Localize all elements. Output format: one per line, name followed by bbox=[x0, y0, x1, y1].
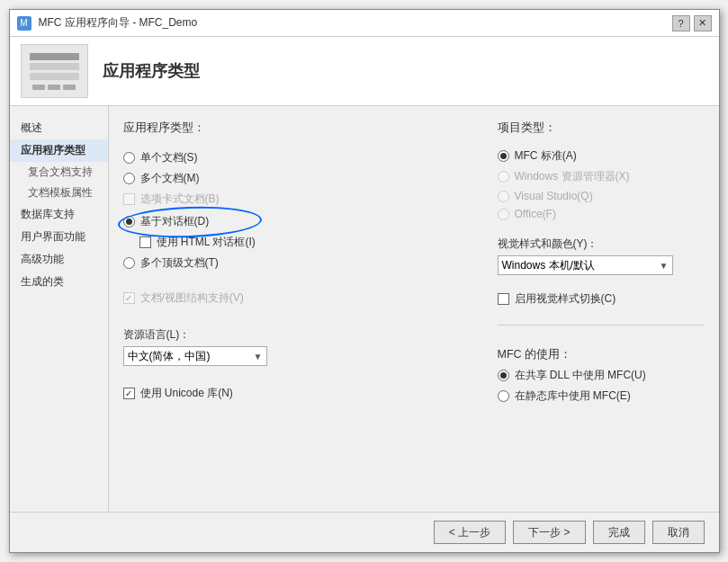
mfc-use-section: MFC 的使用： 在共享 DLL 中使用 MFC(U) 在静态库中使用 MFC(… bbox=[498, 347, 705, 404]
title-bar-controls: ? ✕ bbox=[672, 15, 712, 31]
mfc-use-title: MFC 的使用： bbox=[498, 347, 705, 362]
radio-visual-studio-indicator bbox=[498, 191, 509, 202]
title-bar: M MFC 应用程序向导 - MFC_Demo ? ✕ bbox=[10, 10, 719, 37]
checkbox-docview-box bbox=[123, 292, 135, 304]
main-content: 应用程序类型： 单个文档(S) 多个文档(M) 选 bbox=[109, 106, 719, 512]
radio-shared-dll-label: 在共享 DLL 中使用 MFC(U) bbox=[515, 368, 646, 383]
view-style-dropdown[interactable]: Windows 本机/默认 ▼ bbox=[498, 255, 673, 275]
checkbox-unicode-label: 使用 Unicode 库(N) bbox=[140, 386, 233, 401]
checkbox-toggle-style[interactable]: 启用视觉样式切换(C) bbox=[498, 291, 705, 307]
view-style-section: 视觉样式和颜色(Y)： Windows 本机/默认 ▼ bbox=[498, 236, 705, 275]
radio-win-explorer: Windows 资源管理器(X) bbox=[498, 169, 705, 184]
icon-line3 bbox=[30, 73, 79, 80]
sidebar-item-database[interactable]: 数据库支持 bbox=[10, 203, 108, 226]
sidebar-item-advanced[interactable]: 高级功能 bbox=[10, 248, 108, 271]
checkbox-docview-label: 文档/视图结构支持(V) bbox=[140, 290, 244, 306]
app-type-section-title: 应用程序类型： bbox=[123, 120, 476, 136]
wizard-icon bbox=[21, 44, 88, 98]
radio-win-explorer-label: Windows 资源管理器(X) bbox=[515, 169, 630, 184]
checkbox-tab-doc-box bbox=[123, 193, 135, 205]
radio-static-lib-label: 在静态库中使用 MFC(E) bbox=[515, 388, 631, 404]
divider1 bbox=[498, 325, 705, 326]
radio-multi-top[interactable]: 多个顶级文档(T) bbox=[123, 255, 476, 271]
cancel-button[interactable]: 取消 bbox=[652, 521, 705, 544]
radio-dialog[interactable]: 基于对话框(D) bbox=[123, 214, 476, 229]
checkbox-html-dialog-label: 使用 HTML 对话框(I) bbox=[157, 235, 256, 250]
radio-multi-doc[interactable]: 多个文档(M) bbox=[123, 171, 476, 186]
radio-multi-top-label: 多个顶级文档(T) bbox=[140, 255, 219, 271]
radio-mfc-standard-label: MFC 标准(A) bbox=[515, 148, 577, 164]
checkbox-toggle-style-label: 启用视觉样式切换(C) bbox=[515, 291, 616, 307]
sidebar-item-doctemplate[interactable]: 文档模板属性 bbox=[10, 183, 108, 203]
toggle-section: 启用视觉样式切换(C) bbox=[498, 291, 705, 307]
sidebar-item-compound[interactable]: 复合文档支持 bbox=[10, 162, 108, 183]
sidebar-item-ui[interactable]: 用户界面功能 bbox=[10, 226, 108, 248]
view-style-arrow: ▼ bbox=[660, 261, 669, 271]
help-button[interactable]: ? bbox=[672, 15, 690, 31]
left-panel: 应用程序类型： 单个文档(S) 多个文档(M) 选 bbox=[123, 120, 476, 497]
icon-btn2 bbox=[48, 85, 60, 90]
sidebar-item-generated[interactable]: 生成的类 bbox=[10, 271, 108, 293]
radio-single-doc[interactable]: 单个文档(S) bbox=[123, 150, 476, 165]
radio-office-indicator bbox=[498, 209, 509, 220]
sidebar-item-apptype[interactable]: 应用程序类型 bbox=[10, 139, 108, 162]
radio-single-doc-label: 单个文档(S) bbox=[140, 150, 198, 165]
radio-multi-doc-label: 多个文档(M) bbox=[140, 171, 200, 186]
icon-btn1 bbox=[32, 85, 45, 90]
lang-select-value: 中文(简体，中国) bbox=[128, 349, 211, 364]
radio-multi-top-indicator bbox=[123, 257, 135, 269]
view-style-label: 视觉样式和颜色(Y)： bbox=[498, 236, 705, 252]
checkbox-tab-doc: 选项卡式文档(B) bbox=[123, 192, 476, 207]
content-area: 概述 应用程序类型 复合文档支持 文档模板属性 数据库支持 用户界面功能 高级功… bbox=[10, 106, 719, 512]
checkbox-toggle-style-box bbox=[498, 293, 509, 305]
prev-button[interactable]: < 上一步 bbox=[434, 521, 506, 544]
view-style-value: Windows 本机/默认 bbox=[502, 258, 595, 273]
radio-office: Office(F) bbox=[498, 208, 705, 220]
sidebar: 概述 应用程序类型 复合文档支持 文档模板属性 数据库支持 用户界面功能 高级功… bbox=[10, 106, 109, 512]
icon-line2 bbox=[30, 63, 79, 70]
radio-visual-studio: Visual Studio(Q) bbox=[498, 190, 705, 202]
mfc-use-radio-group: 在共享 DLL 中使用 MFC(U) 在静态库中使用 MFC(E) bbox=[498, 368, 705, 404]
footer: < 上一步 下一步 > 完成 取消 bbox=[10, 512, 719, 552]
checkbox-html-dialog-box bbox=[139, 236, 151, 248]
checkbox-unicode-box bbox=[123, 388, 135, 399]
proj-type-section: 项目类型： MFC 标准(A) Windows 资源管理器(X) Visu bbox=[498, 120, 705, 220]
radio-multi-doc-indicator bbox=[123, 173, 135, 184]
radio-static-lib-indicator bbox=[498, 390, 509, 402]
radio-single-doc-indicator bbox=[123, 152, 135, 164]
lang-section: 资源语言(L)： 中文(简体，中国) ▼ bbox=[123, 327, 476, 366]
icon-line1 bbox=[30, 53, 79, 60]
page-title: 应用程序类型 bbox=[103, 60, 200, 82]
radio-mfc-standard[interactable]: MFC 标准(A) bbox=[498, 148, 705, 164]
app-type-radio-group: 单个文档(S) 多个文档(M) 选项卡式文档(B) bbox=[123, 150, 476, 271]
right-panel: 项目类型： MFC 标准(A) Windows 资源管理器(X) Visu bbox=[498, 120, 705, 497]
proj-type-title: 项目类型： bbox=[498, 120, 705, 136]
lang-select[interactable]: 中文(简体，中国) ▼ bbox=[123, 346, 267, 366]
dialog-window: M MFC 应用程序向导 - MFC_Demo ? ✕ 应用程序类型 概述 应用… bbox=[9, 9, 720, 553]
checkbox-html-dialog[interactable]: 使用 HTML 对话框(I) bbox=[123, 235, 476, 250]
lang-label: 资源语言(L)： bbox=[123, 327, 476, 343]
radio-win-explorer-indicator bbox=[498, 171, 509, 183]
radio-shared-dll-indicator bbox=[498, 370, 509, 381]
radio-mfc-standard-indicator bbox=[498, 150, 509, 162]
header-area: 应用程序类型 bbox=[10, 37, 719, 106]
radio-shared-dll[interactable]: 在共享 DLL 中使用 MFC(U) bbox=[498, 368, 705, 383]
sidebar-item-overview[interactable]: 概述 bbox=[10, 117, 108, 139]
radio-dialog-label: 基于对话框(D) bbox=[140, 214, 210, 229]
checkbox-tab-doc-label: 选项卡式文档(B) bbox=[140, 192, 220, 207]
proj-type-radio-group: MFC 标准(A) Windows 资源管理器(X) Visual Studio… bbox=[498, 148, 705, 220]
icon-btn3 bbox=[63, 85, 76, 90]
checkbox-docview: 文档/视图结构支持(V) bbox=[123, 290, 476, 306]
lang-select-arrow: ▼ bbox=[254, 352, 263, 361]
next-button[interactable]: 下一步 > bbox=[513, 521, 585, 544]
close-button[interactable]: ✕ bbox=[694, 15, 712, 31]
checkbox-unicode[interactable]: 使用 Unicode 库(N) bbox=[123, 386, 476, 401]
icon-btn-row bbox=[32, 85, 76, 90]
radio-office-label: Office(F) bbox=[515, 208, 556, 220]
title-bar-text: MFC 应用程序向导 - MFC_Demo bbox=[39, 15, 198, 31]
radio-visual-studio-label: Visual Studio(Q) bbox=[515, 190, 593, 202]
finish-button[interactable]: 完成 bbox=[593, 521, 645, 544]
title-bar-left: M MFC 应用程序向导 - MFC_Demo bbox=[17, 15, 198, 31]
radio-static-lib[interactable]: 在静态库中使用 MFC(E) bbox=[498, 388, 705, 404]
unicode-section: 使用 Unicode 库(N) bbox=[123, 386, 476, 401]
